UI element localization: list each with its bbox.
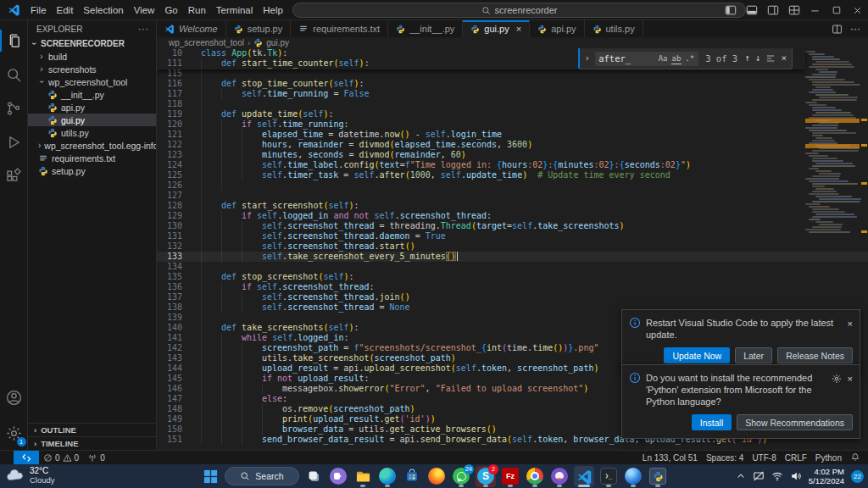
update-now-button[interactable]: Update Now (664, 347, 730, 363)
encoding[interactable]: UTF-8 (748, 451, 780, 464)
chat-app-icon[interactable] (328, 466, 348, 487)
tree-item--init-py[interactable]: __init__.py (28, 88, 156, 101)
chrome-browser-icon[interactable] (525, 466, 545, 487)
tab-requirements-txt[interactable]: requirements.txt (291, 20, 388, 37)
indentation[interactable]: Spaces: 4 (702, 451, 748, 464)
code-line-119[interactable]: 119def update_time(self): (157, 109, 868, 119)
notifications-bell-icon[interactable] (846, 451, 865, 464)
show-recommendations-button[interactable]: Show Recommendations (737, 414, 853, 430)
code-line-137[interactable]: 137self.screenshot_thread.join() (157, 292, 868, 302)
tab-api-py[interactable]: api.py (530, 20, 584, 37)
minimize-button[interactable] (804, 0, 826, 20)
find-previous-icon[interactable]: ↑ (744, 53, 750, 64)
taskbar-search-pill[interactable]: Search (225, 467, 299, 485)
extensions-icon[interactable] (0, 159, 28, 193)
toggle-secondary-sidebar-icon[interactable] (762, 0, 783, 20)
tab-setup-py[interactable]: setup.py (226, 20, 292, 37)
ports-indicator[interactable]: 0 (83, 451, 109, 464)
search-icon[interactable] (0, 58, 28, 92)
filezilla-icon[interactable]: Fz (500, 466, 520, 487)
tab-utils-py[interactable]: utils.py (585, 20, 643, 37)
find-input[interactable]: after_ Aa ab .* (595, 52, 698, 66)
explorer-more-actions-icon[interactable]: ··· (138, 25, 149, 34)
match-case-icon[interactable]: Aa (658, 53, 669, 64)
code-line-126[interactable]: 126 (157, 180, 868, 191)
close-button[interactable] (847, 0, 868, 20)
toggle-panel-icon[interactable] (741, 0, 762, 20)
find-close-icon[interactable]: × (781, 53, 787, 64)
later-button[interactable]: Later (735, 347, 772, 363)
split-editor-icon[interactable] (832, 24, 843, 35)
find-expand-icon[interactable]: › (585, 53, 591, 64)
file-explorer-icon[interactable] (353, 466, 373, 487)
find-in-selection-icon[interactable] (765, 53, 776, 64)
code-line-118[interactable]: 118 (157, 99, 868, 109)
menu-run[interactable]: Run (183, 5, 211, 15)
code-line-115[interactable]: 115 (157, 69, 868, 79)
cursor-position[interactable]: Ln 133, Col 51 (638, 451, 702, 464)
minimap[interactable] (805, 48, 860, 234)
code-line-127[interactable]: 127 (157, 191, 868, 201)
toggle-primary-sidebar-icon[interactable] (720, 0, 741, 20)
run-debug-icon[interactable] (0, 125, 28, 159)
windows-start-icon[interactable] (200, 466, 220, 487)
eol-sequence[interactable]: CRLF (781, 451, 811, 464)
command-center-search[interactable]: screenrecorder (292, 3, 746, 18)
tree-item-wp-screenshot-tool-egg-info[interactable]: ›wp_screenshot_tool.egg-info (28, 139, 156, 152)
menu-edit[interactable]: Edit (52, 5, 79, 15)
editor-more-actions-icon[interactable]: ··· (850, 23, 860, 35)
code-line-134[interactable]: 134 (157, 262, 868, 272)
code-line-129[interactable]: 129if self.logged_in and not self.screen… (157, 211, 868, 221)
code-line-133[interactable]: 133self.take_screenshot_every_5_minutes(… (157, 252, 868, 262)
blue-app-icon[interactable] (623, 466, 643, 487)
skype-icon[interactable]: S2 (476, 466, 496, 487)
tab-close-icon[interactable]: × (516, 24, 521, 34)
settings-icon[interactable]: 1 (0, 416, 28, 450)
clock[interactable]: 4:02 PM5/12/2024 (809, 467, 844, 485)
edge-browser-icon[interactable] (377, 466, 398, 487)
code-line-121[interactable]: 121elapsed_time = datetime.now() - self.… (157, 130, 868, 140)
menu-help[interactable]: Help (258, 5, 288, 15)
tab-welcome[interactable]: Welcome (157, 20, 226, 37)
code-line-125[interactable]: 125self.timer_task = self.after(1000, se… (157, 170, 868, 180)
notification-settings-icon[interactable] (832, 374, 842, 384)
menu-view[interactable]: View (129, 5, 160, 15)
tree-item-gui-py[interactable]: gui.py (28, 114, 156, 126)
code-line-122[interactable]: 122hours, remainder = divmod(elapsed_tim… (157, 140, 868, 150)
menu-selection[interactable]: Selection (78, 5, 128, 15)
code-line-120[interactable]: 120if self.time_running: (157, 119, 868, 130)
tree-item-screenshots[interactable]: ›screenshots (28, 63, 156, 75)
breadcrumb[interactable]: wp_screenshot_tool › gui.py (157, 37, 868, 48)
code-line-128[interactable]: 128def start_screenshot(self): (157, 201, 868, 211)
tray-chevron-up-icon[interactable] (736, 471, 746, 481)
code-line-132[interactable]: 132self.screenshot_thread.start() (157, 241, 868, 252)
code-line-116[interactable]: 116def stop_time_counter(self): (157, 79, 868, 89)
menu-go[interactable]: Go (159, 5, 182, 15)
terminal-icon[interactable]: ❯_ (598, 466, 619, 487)
code-line-131[interactable]: 131self.screenshot_thread.daemon = True (157, 231, 868, 241)
language-mode[interactable]: Python (811, 451, 846, 464)
microsoft-store-icon[interactable] (402, 466, 422, 487)
code-line-124[interactable]: 124self.time_label.config(text=f"Time lo… (157, 160, 868, 170)
menu-terminal[interactable]: Terminal (211, 5, 258, 15)
release-notes-button[interactable]: Release Notes (777, 347, 853, 363)
panel-timeline[interactable]: ›TIMELINE (28, 436, 156, 450)
python-app-icon[interactable] (648, 466, 668, 487)
remote-indicator[interactable] (14, 451, 39, 464)
explorer-icon[interactable] (0, 24, 28, 58)
source-control-icon[interactable] (0, 92, 28, 125)
tab-gui-py[interactable]: gui.py× (463, 20, 530, 37)
find-next-icon[interactable]: ↓ (755, 53, 761, 64)
tray-volume-icon[interactable] (790, 470, 802, 482)
tray-wifi-icon[interactable] (771, 470, 783, 482)
gitkraken-icon[interactable] (549, 466, 570, 487)
tray-display-icon[interactable] (753, 470, 765, 482)
notification-count-badge[interactable]: 22 (851, 470, 864, 483)
panel-outline[interactable]: ›OUTLINE (28, 423, 156, 436)
task-view-icon[interactable] (303, 466, 324, 487)
tree-item-setup-py[interactable]: setup.py (28, 164, 156, 177)
notification-close-icon[interactable]: × (848, 318, 853, 330)
whole-word-icon[interactable]: ab (671, 53, 682, 64)
whatsapp-icon[interactable]: 24 (451, 466, 471, 487)
code-line-135[interactable]: 135def stop_screenshot(self): (157, 272, 868, 282)
